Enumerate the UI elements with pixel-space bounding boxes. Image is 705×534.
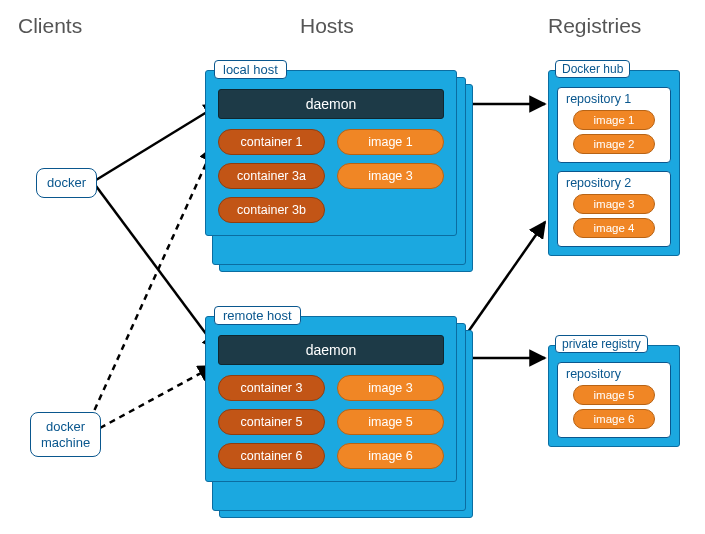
svg-line-2	[90, 146, 214, 420]
registries-heading: Registries	[548, 14, 641, 38]
svg-line-1	[96, 186, 218, 350]
image-chip: image 6	[573, 409, 655, 429]
image-chip: image 6	[337, 443, 444, 469]
docker-machine-l1: docker	[46, 419, 85, 434]
image-chip: image 5	[573, 385, 655, 405]
docker-machine-l2: machine	[41, 435, 90, 450]
docker-hub-registry: Docker hub repository 1 image 1 image 2 …	[548, 70, 680, 256]
repo-box: repository 1 image 1 image 2	[557, 87, 671, 163]
docker-machine-client: docker machine	[30, 412, 101, 457]
image-chip: image 3	[337, 375, 444, 401]
docker-client-label: docker	[47, 175, 86, 190]
svg-line-0	[96, 104, 220, 180]
image-chip: image 1	[573, 110, 655, 130]
container-chip: container 1	[218, 129, 325, 155]
remote-daemon: daemon	[218, 335, 444, 365]
repo-title: repository 2	[566, 176, 662, 190]
image-chip: image 4	[573, 218, 655, 238]
image-chip: image 1	[337, 129, 444, 155]
local-host-tab: local host	[214, 60, 287, 79]
image-chip: image 5	[337, 409, 444, 435]
container-chip: container 3a	[218, 163, 325, 189]
remote-host-tab: remote host	[214, 306, 301, 325]
private-registry: private registry repository image 5 imag…	[548, 345, 680, 447]
diagram-canvas: Clients Hosts Registries docker docker m…	[0, 0, 705, 534]
image-chip: image 3	[337, 163, 444, 189]
svg-line-3	[100, 366, 214, 428]
repo-box: repository 2 image 3 image 4	[557, 171, 671, 247]
repo-title: repository	[566, 367, 662, 381]
container-chip: container 5	[218, 409, 325, 435]
docker-client: docker	[36, 168, 97, 198]
image-chip: image 2	[573, 134, 655, 154]
local-host: local host daemon container 1 image 1 co…	[205, 70, 457, 236]
private-registry-tab: private registry	[555, 335, 648, 353]
clients-heading: Clients	[18, 14, 82, 38]
local-daemon: daemon	[218, 89, 444, 119]
docker-hub-tab: Docker hub	[555, 60, 630, 78]
image-chip: image 3	[573, 194, 655, 214]
repo-box: repository image 5 image 6	[557, 362, 671, 438]
container-chip: container 6	[218, 443, 325, 469]
container-chip: container 3b	[218, 197, 325, 223]
repo-title: repository 1	[566, 92, 662, 106]
remote-host: remote host daemon container 3 image 3 c…	[205, 316, 457, 482]
container-chip: container 3	[218, 375, 325, 401]
hosts-heading: Hosts	[300, 14, 354, 38]
